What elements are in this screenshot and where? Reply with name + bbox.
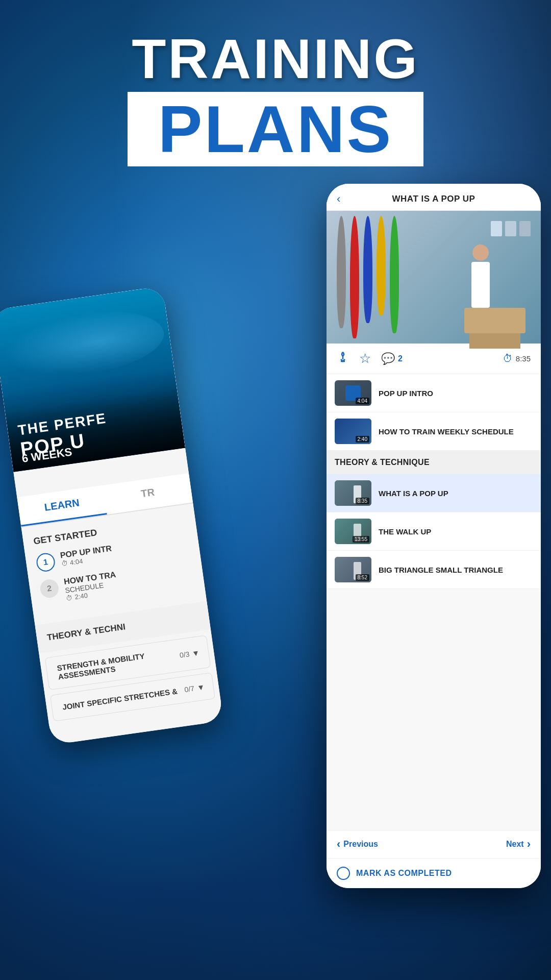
list-num-2: 2 xyxy=(39,578,60,599)
video-thumb-how-to: 2:40 xyxy=(335,419,371,444)
poster-3 xyxy=(519,221,531,236)
joint-count: 0/7 xyxy=(184,684,195,694)
plans-text: PLANS xyxy=(158,96,393,162)
clock-icon-main: ⏱ xyxy=(503,353,513,364)
thumb-time-2: 2:40 xyxy=(356,436,369,443)
video-item-what-popup[interactable]: 8:35 WHAT IS A POP UP xyxy=(327,474,541,512)
thumb-time-4: 13:55 xyxy=(353,536,369,543)
clock-icon-1: ⏱ xyxy=(61,559,68,568)
prev-label: Previous xyxy=(343,840,378,849)
video-title-how-to-train: HOW TO TRAIN WEEKLY SCHEDULE xyxy=(379,427,533,436)
header-title-area: TRAINING PLANS xyxy=(0,31,551,166)
video-thumb-popup-intro: 4:04 xyxy=(335,380,371,406)
clock-icon-2: ⏱ xyxy=(66,594,73,602)
duration-text: 8:35 xyxy=(516,354,531,363)
prev-chevron-icon: ‹ xyxy=(337,838,340,851)
duration-display: ⏱ 8:35 xyxy=(503,353,531,364)
list-num-1: 1 xyxy=(35,552,56,573)
surfboards-display xyxy=(337,216,398,338)
right-phone-inner: ‹ WHAT IS A POP UP xyxy=(327,184,541,888)
next-button[interactable]: Next › xyxy=(506,838,531,851)
chevron-down-icon-strength: ▾ xyxy=(193,647,199,659)
prev-button[interactable]: ‹ Previous xyxy=(337,838,378,851)
spacer xyxy=(327,589,541,830)
person-body xyxy=(471,262,490,308)
comment-count: 2 xyxy=(398,354,403,363)
video-info-popup-intro: POP UP INTRO xyxy=(379,389,533,398)
surfboard-5 xyxy=(390,216,399,333)
surfboard-1 xyxy=(337,216,346,328)
video-item-popup-intro[interactable]: 4:04 POP UP INTRO xyxy=(327,374,541,412)
video-title-popup-intro: POP UP INTRO xyxy=(379,389,533,398)
bench xyxy=(464,308,525,333)
video-info-big-triangle: BIG TRIANGLE SMALL TRIANGLE xyxy=(379,566,533,574)
video-thumb-what-popup: 8:35 xyxy=(335,480,371,506)
right-phone-header: ‹ WHAT IS A POP UP xyxy=(327,184,541,211)
strength-title: STRENGTH & MOBILITY ASSESSMENTS xyxy=(56,647,181,681)
thumb-time-1: 4:04 xyxy=(356,398,369,404)
video-thumb-walk-up: 13:55 xyxy=(335,519,371,544)
person-head xyxy=(472,244,489,261)
training-text: TRAINING xyxy=(0,31,551,87)
mark-completed-bar[interactable]: MARK AS COMPLETED xyxy=(327,858,541,888)
video-title-big-triangle: BIG TRIANGLE SMALL TRIANGLE xyxy=(379,566,533,574)
video-item-big-triangle[interactable]: 8:52 BIG TRIANGLE SMALL TRIANGLE xyxy=(327,551,541,589)
video-thumb-big-triangle: 8:52 xyxy=(335,557,371,582)
video-list-top: 4:04 POP UP INTRO 2:40 HOW TO TRAIN WEEK… xyxy=(327,374,541,451)
next-chevron-icon: › xyxy=(527,838,531,851)
right-hero-video[interactable] xyxy=(327,211,541,344)
video-title-walk-up: THE WALK UP xyxy=(379,527,533,536)
comments-area[interactable]: 💬 2 xyxy=(381,352,403,365)
back-button[interactable]: ‹ xyxy=(337,192,340,206)
theory-video-list: 8:35 WHAT IS A POP UP 13:55 THE WALK UP xyxy=(327,474,541,589)
surfboard-2 xyxy=(350,216,359,338)
mark-completed-text: MARK AS COMPLETED xyxy=(356,869,452,878)
item2-time: 2:40 xyxy=(74,592,88,601)
comment-icon: 💬 xyxy=(381,352,395,365)
list-info-2: HOW TO TRA SCHEDULE ⏱ 2:40 xyxy=(63,570,119,602)
joint-title: JOINT SPECIFIC STRETCHES & xyxy=(62,687,178,712)
download-icon[interactable] xyxy=(337,351,349,366)
list-info-1: POP UP INTR ⏱ 4:04 xyxy=(60,544,113,568)
video-item-walk-up[interactable]: 13:55 THE WALK UP xyxy=(327,512,541,551)
plans-wrap: PLANS xyxy=(128,92,424,166)
poster-2 xyxy=(505,221,516,236)
star-icon[interactable]: ☆ xyxy=(359,351,371,366)
strength-count: 0/3 xyxy=(179,650,190,659)
theory-section-title: THEORY & TECHNIQUE xyxy=(335,458,533,467)
navigation-bar: ‹ Previous Next › xyxy=(327,830,541,858)
poster-1 xyxy=(491,221,502,236)
video-info-what-popup: WHAT IS A POP UP xyxy=(379,489,533,498)
surfboard-3 xyxy=(363,216,372,323)
item1-time: 4:04 xyxy=(69,557,83,567)
video-item-how-to-train[interactable]: 2:40 HOW TO TRAIN WEEKLY SCHEDULE xyxy=(327,412,541,451)
mark-circle-icon xyxy=(337,867,350,880)
surfboard-4 xyxy=(377,216,386,315)
right-phone: ‹ WHAT IS A POP UP xyxy=(327,184,541,888)
video-info-walk-up: THE WALK UP xyxy=(379,527,533,536)
thumb-time-5: 8:52 xyxy=(356,574,369,581)
video-info-how-to-train: HOW TO TRAIN WEEKLY SCHEDULE xyxy=(379,427,533,436)
left-hero-image: THE PERFE POP U 6 WEEKS xyxy=(0,286,185,472)
right-header-title: WHAT IS A POP UP xyxy=(392,194,475,204)
wall-posters xyxy=(491,221,531,236)
next-label: Next xyxy=(506,840,524,849)
theory-section-divider: THEORY & TECHNIQUE xyxy=(327,451,541,474)
video-title-what-popup: WHAT IS A POP UP xyxy=(379,489,533,498)
thumb-time-3: 8:35 xyxy=(356,498,369,504)
chevron-down-icon-joint: ▾ xyxy=(197,681,204,693)
